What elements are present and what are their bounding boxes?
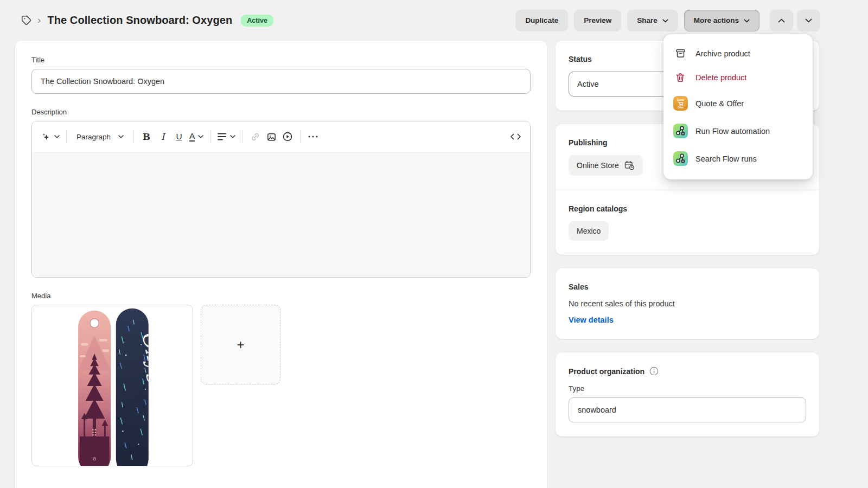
sales-channel-pill[interactable]: Online Store <box>569 155 643 176</box>
product-organization-card: Product organization Type <box>556 352 819 436</box>
archive-icon <box>675 48 686 59</box>
magic-icon <box>41 132 51 142</box>
image-icon <box>266 132 277 142</box>
status-badge: Active <box>241 15 273 27</box>
toolbar-divider <box>242 130 242 144</box>
more-formatting-button[interactable] <box>305 128 321 145</box>
menu-item-archive-product[interactable]: Archive product <box>663 41 813 66</box>
svg-text:a: a <box>93 455 97 462</box>
chevron-down-icon <box>54 135 60 138</box>
title-field: Title <box>31 56 531 94</box>
flow-app-icon <box>673 124 688 138</box>
chevron-down-icon <box>805 18 812 23</box>
media-label: Media <box>31 292 531 300</box>
more-actions-button[interactable]: More actions <box>684 10 760 31</box>
product-pager <box>770 10 820 31</box>
info-icon[interactable] <box>649 367 659 376</box>
region-catalogs-section: Region catalogs Mexico <box>556 190 819 255</box>
svg-text:Offer: Offer <box>678 106 684 109</box>
editor-toolbar: Paragraph B I U A <box>32 121 530 152</box>
type-input[interactable] <box>569 397 806 422</box>
rich-text-editor: Paragraph B I U A <box>31 121 531 278</box>
page-title: The Collection Snowboard: Oxygen <box>47 14 232 27</box>
toolbar-divider <box>66 130 67 144</box>
more-dots-icon <box>308 135 318 138</box>
link-icon <box>250 132 260 142</box>
share-button[interactable]: Share <box>627 10 678 31</box>
description-field: Description Paragraph <box>31 108 531 278</box>
chevron-down-icon <box>662 19 668 23</box>
product-detail-page: › The Collection Snowboard: Oxygen Activ… <box>0 0 868 488</box>
underline-button[interactable]: U <box>171 128 187 145</box>
flow-app-icon <box>673 151 688 166</box>
chevron-down-icon <box>118 135 124 138</box>
menu-item-search-flow-runs[interactable]: Search Flow runs <box>663 145 813 172</box>
alignment-button[interactable] <box>215 128 238 145</box>
toolbar-divider <box>133 130 134 144</box>
next-product-button[interactable] <box>797 10 820 31</box>
quote-offer-app-icon: Quote Offer <box>673 96 688 111</box>
sales-heading: Sales <box>569 282 806 291</box>
show-html-button[interactable] <box>507 128 524 145</box>
media-field: Media <box>31 292 531 466</box>
code-icon <box>510 132 521 141</box>
more-actions-menu: Archive product Delete product Quote <box>663 34 813 179</box>
plus-icon: + <box>237 337 244 352</box>
chevron-down-icon <box>198 135 203 138</box>
toolbar-divider <box>300 130 301 144</box>
title-input[interactable] <box>31 69 531 94</box>
view-details-link[interactable]: View details <box>569 316 614 324</box>
snowboards-image: a <box>32 305 193 466</box>
menu-item-quote-and-offer[interactable]: Quote Offer Quote & Offer <box>663 89 813 117</box>
svg-text:Quote: Quote <box>676 99 684 101</box>
paragraph-style-dropdown[interactable]: Paragraph <box>71 128 129 145</box>
sales-card: Sales No recent sales of this product Vi… <box>556 268 819 339</box>
menu-item-delete-product[interactable]: Delete product <box>663 66 813 89</box>
italic-button[interactable]: I <box>155 128 171 145</box>
region-pill[interactable]: Mexico <box>569 221 609 241</box>
add-media-button[interactable]: + <box>201 305 280 384</box>
chevron-down-icon <box>230 135 235 138</box>
trash-icon <box>675 72 686 83</box>
toolbar-divider <box>210 130 210 144</box>
type-label: Type <box>569 384 806 393</box>
product-details-card: Title Description Paragraph <box>15 41 547 488</box>
tag-icon[interactable] <box>21 15 32 26</box>
text-color-button[interactable]: A <box>187 128 206 145</box>
preview-button[interactable]: Preview <box>574 10 621 31</box>
sales-message: No recent sales of this product <box>569 299 806 308</box>
title-label: Title <box>31 56 531 64</box>
link-button[interactable] <box>247 128 263 145</box>
product-organization-heading: Product organization <box>569 367 644 376</box>
calendar-clock-icon <box>624 160 635 170</box>
description-label: Description <box>31 108 531 116</box>
duplicate-button[interactable]: Duplicate <box>515 10 568 31</box>
menu-item-run-flow-automation[interactable]: Run Flow automation <box>663 117 813 145</box>
insert-image-button[interactable] <box>263 128 279 145</box>
alignment-icon <box>217 132 227 141</box>
region-catalogs-heading: Region catalogs <box>569 204 806 213</box>
chevron-up-icon <box>778 18 785 23</box>
header-actions: Duplicate Preview Share More actions <box>515 10 820 31</box>
chevron-down-icon <box>744 19 750 23</box>
product-media-thumbnail[interactable]: a <box>31 305 193 466</box>
video-icon <box>282 131 293 142</box>
breadcrumb-chevron: › <box>37 14 41 26</box>
magic-ai-button[interactable] <box>39 128 62 145</box>
description-content[interactable] <box>32 152 530 277</box>
bold-button[interactable]: B <box>138 128 155 145</box>
insert-video-button[interactable] <box>279 128 296 145</box>
previous-product-button[interactable] <box>770 10 793 31</box>
